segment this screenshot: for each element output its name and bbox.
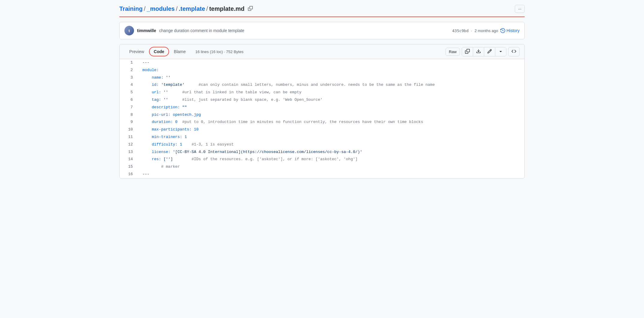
line-num-1[interactable]: 1 (120, 59, 138, 67)
line-num-14[interactable]: 14 (120, 156, 138, 163)
line-content-11: min-trainers: 1 (138, 134, 524, 141)
line-num-3[interactable]: 3 (120, 74, 138, 82)
tab-actions: Raw (446, 47, 520, 56)
line-num-7[interactable]: 7 (120, 104, 138, 111)
line-content-5: url: '' #url that is linked in the table… (138, 89, 524, 96)
line-content-15: # marker (138, 163, 524, 171)
code-line-9: 9 duration: 0 #put to 0, introduction ti… (120, 118, 524, 126)
line-num-2[interactable]: 2 (120, 67, 138, 74)
code-line-11: 11 min-trainers: 1 (120, 134, 524, 141)
avatar-image: t (124, 26, 134, 35)
code-line-10: 10 max-participants: 10 (120, 126, 524, 134)
history-icon (500, 28, 505, 33)
breadcrumb-filename: template.md (209, 5, 245, 12)
line-num-11[interactable]: 11 (120, 134, 138, 141)
line-content-14: res: [''] #IDs of the resources. e.g. ['… (138, 156, 524, 163)
line-num-4[interactable]: 4 (120, 81, 138, 89)
commit-author[interactable]: timmwille (137, 28, 156, 33)
breadcrumb-template-dir[interactable]: .template (179, 5, 205, 12)
code-line-2: 2 module: (120, 67, 524, 74)
line-num-15[interactable]: 15 (120, 163, 138, 171)
history-label: History (506, 28, 520, 33)
line-content-8: pic-url: opentech.jpg (138, 111, 524, 119)
line-num-6[interactable]: 6 (120, 96, 138, 104)
code-line-8: 8 pic-url: opentech.jpg (120, 111, 524, 119)
breadcrumb-modules[interactable]: _modules (147, 5, 174, 12)
copy-raw-button[interactable] (462, 47, 473, 56)
code-line-5: 5 url: '' #url that is linked in the tab… (120, 89, 524, 96)
line-content-6: tag: '' #list, just separated by blank s… (138, 96, 524, 104)
more-options-button[interactable]: ··· (515, 5, 525, 13)
download-button[interactable] (473, 47, 484, 56)
tab-code[interactable]: Code (149, 47, 169, 56)
code-line-1: 1 --- (120, 59, 524, 67)
copy-icon (465, 49, 470, 55)
history-button[interactable]: History (500, 28, 520, 33)
action-group (462, 47, 506, 56)
breadcrumb-sep-2: / (176, 5, 178, 12)
line-content-12: difficulty: 1 #1-3, 1 is easyest (138, 141, 524, 148)
edit-icon (487, 49, 492, 55)
line-num-8[interactable]: 8 (120, 111, 138, 119)
code-area: 1 --- 2 module: 3 name: '' 4 id: 'templa… (120, 59, 524, 178)
commit-message: change duration comment in module templa… (159, 28, 244, 33)
line-content-16: --- (138, 171, 524, 178)
line-num-13[interactable]: 13 (120, 148, 138, 156)
code-line-14: 14 res: [''] #IDs of the resources. e.g.… (120, 156, 524, 163)
code-line-7: 7 description: "" (120, 104, 524, 111)
file-viewer: Preview Code Blame 16 lines (16 loc) · 7… (119, 44, 525, 178)
tab-blame[interactable]: Blame (169, 47, 191, 56)
line-content-13: license: '[CC-BY-SA 4.0 International](h… (138, 148, 524, 156)
line-num-9[interactable]: 9 (120, 118, 138, 126)
line-content-1: --- (138, 59, 524, 67)
symbols-button[interactable] (508, 47, 520, 56)
copy-path-icon[interactable] (248, 6, 253, 12)
breadcrumb-training[interactable]: Training (119, 5, 143, 12)
code-icon (511, 49, 516, 55)
commit-meta: 435c9bd · 2 months ago History (452, 28, 520, 33)
breadcrumb-sep-1: / (144, 5, 146, 12)
chevron-down-icon (498, 49, 503, 55)
raw-button[interactable]: Raw (446, 48, 460, 56)
code-line-3: 3 name: '' (120, 74, 524, 82)
line-num-16[interactable]: 16 (120, 171, 138, 178)
line-content-2: module: (138, 67, 524, 74)
line-content-10: max-participants: 10 (138, 126, 524, 134)
commit-dot: · (471, 28, 472, 33)
code-line-6: 6 tag: '' #list, just separated by blank… (120, 96, 524, 104)
code-line-16: 16 --- (120, 171, 524, 178)
line-content-9: duration: 0 #put to 0, introduction time… (138, 118, 524, 126)
code-line-12: 12 difficulty: 1 #1-3, 1 is easyest (120, 141, 524, 148)
more-edit-button[interactable] (495, 47, 506, 56)
line-content-3: name: '' (138, 74, 524, 82)
line-num-12[interactable]: 12 (120, 141, 138, 148)
avatar: t (124, 26, 134, 35)
line-content-4: id: 'template' #can only contain small l… (138, 81, 524, 89)
tab-preview[interactable]: Preview (124, 47, 149, 56)
breadcrumb-sep-3: / (206, 5, 208, 12)
commit-hash[interactable]: 435c9bd (452, 28, 469, 33)
line-content-7: description: "" (138, 104, 524, 111)
commit-bar: t timmwille change duration comment in m… (119, 22, 525, 39)
file-info: 16 lines (16 loc) · 752 Bytes (195, 50, 243, 54)
code-line-13: 13 license: '[CC-BY-SA 4.0 International… (120, 148, 524, 156)
edit-button[interactable] (484, 47, 495, 56)
download-icon (476, 49, 481, 55)
line-num-10[interactable]: 10 (120, 126, 138, 134)
line-num-5[interactable]: 5 (120, 89, 138, 96)
commit-time: 2 months ago (475, 28, 498, 33)
code-line-15: 15 # marker (120, 163, 524, 171)
tab-bar: Preview Code Blame 16 lines (16 loc) · 7… (120, 44, 524, 59)
code-line-4: 4 id: 'template' #can only contain small… (120, 81, 524, 89)
